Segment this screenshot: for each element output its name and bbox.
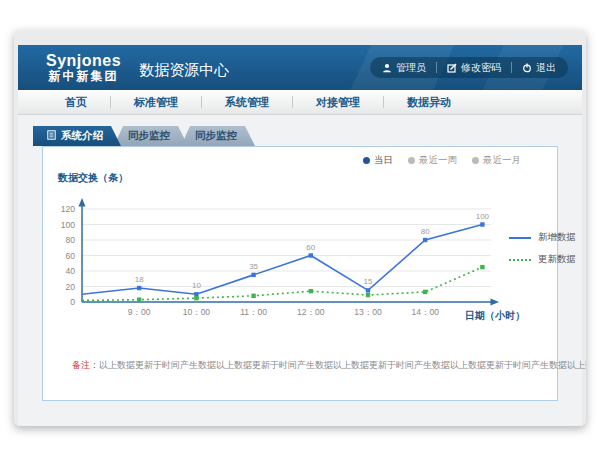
svg-text:日期（小时）: 日期（小时） (465, 310, 525, 321)
app-header: Synjones 新中新集团 数据资源中心 管理员 修改密码 (18, 45, 582, 90)
svg-text:0: 0 (70, 297, 75, 307)
svg-text:80: 80 (66, 235, 76, 245)
filter-last-week[interactable]: 最近一周 (408, 154, 457, 167)
filter-label: 最近一周 (419, 154, 457, 167)
blue-line-icon (509, 237, 531, 239)
nav-item-home[interactable]: 首页 (42, 95, 110, 110)
svg-text:11：00: 11：00 (240, 307, 267, 317)
legend-label: 新增数据 (538, 231, 576, 244)
y-axis-title: 数据交换（条） (58, 171, 128, 185)
user-menu-label: 管理员 (396, 61, 426, 75)
svg-text:60: 60 (66, 251, 76, 261)
svg-text:35: 35 (249, 262, 258, 271)
tab-label: 同步监控 (128, 129, 170, 143)
filter-today[interactable]: 当日 (363, 154, 393, 167)
user-icon (382, 63, 392, 73)
header-actions: 管理员 修改密码 退出 (370, 57, 568, 78)
nav-item-system[interactable]: 系统管理 (202, 95, 292, 110)
legend-item-updated-data: 更新数据 (509, 253, 576, 266)
footnote: 备注：以上数据更新于时间产生数据以上数据更新于时间产生数据以上数据更新于时间产生… (72, 359, 586, 372)
legend-label: 更新数据 (538, 253, 576, 266)
tab-sync-monitor-1[interactable]: 同步监控 (114, 126, 188, 146)
nav-item-interfacing[interactable]: 对接管理 (293, 95, 383, 110)
svg-text:100: 100 (476, 212, 490, 221)
tab-bar: 系统介绍 同步监控 同步监控 (33, 126, 572, 146)
radio-dot-icon (408, 157, 415, 164)
brand-logo-name: Synjones (46, 52, 121, 70)
svg-text:13：00: 13：00 (354, 307, 382, 317)
nav-item-data-changes[interactable]: 数据异动 (384, 95, 474, 110)
change-password-button[interactable]: 修改密码 (447, 61, 501, 75)
svg-text:14：00: 14：00 (411, 307, 439, 317)
power-icon (522, 63, 532, 73)
nav-item-standards[interactable]: 标准管理 (111, 95, 201, 110)
brand-logo: Synjones 新中新集团 (46, 52, 121, 83)
svg-text:100: 100 (61, 220, 75, 230)
radio-dot-icon (363, 157, 370, 164)
footnote-prefix: 备注： (72, 360, 99, 370)
tab-label: 同步监控 (195, 129, 237, 143)
filter-label: 当日 (374, 154, 393, 167)
svg-text:120: 120 (61, 204, 75, 214)
svg-text:10: 10 (192, 281, 201, 290)
footnote-text: 以上数据更新于时间产生数据以上数据更新于时间产生数据以上数据更新于时间产生数据以… (99, 360, 586, 370)
filter-label: 最近一月 (483, 154, 521, 167)
chart-legend: 新增数据 更新数据 (509, 231, 576, 266)
svg-text:12：00: 12：00 (297, 307, 325, 317)
user-menu-button[interactable]: 管理员 (382, 61, 426, 75)
logout-button[interactable]: 退出 (522, 61, 556, 75)
svg-text:15: 15 (364, 277, 373, 286)
page-title: 数据资源中心 (139, 61, 229, 80)
brand-logo-company: 新中新集团 (46, 70, 121, 83)
header-divider (511, 62, 512, 73)
content-area: 系统介绍 同步监控 同步监控 当日 最近一周 (18, 115, 582, 426)
svg-text:9：00: 9：00 (128, 307, 151, 317)
svg-text:10：00: 10：00 (183, 307, 211, 317)
svg-text:80: 80 (421, 227, 430, 236)
app-window: Synjones 新中新集团 数据资源中心 管理员 修改密码 (14, 30, 586, 426)
tab-system-intro[interactable]: 系统介绍 (33, 126, 121, 146)
legend-item-new-data: 新增数据 (509, 231, 576, 244)
tab-sync-monitor-2[interactable]: 同步监控 (181, 126, 255, 146)
header-divider (436, 62, 437, 73)
radio-dot-icon (472, 157, 479, 164)
change-password-label: 修改密码 (461, 61, 501, 75)
svg-text:60: 60 (306, 243, 315, 252)
document-icon (47, 130, 56, 142)
svg-text:40: 40 (66, 266, 76, 276)
svg-text:20: 20 (66, 282, 76, 292)
chart-range-filters: 当日 最近一周 最近一月 (363, 154, 521, 167)
edit-icon (447, 63, 457, 73)
filter-last-month[interactable]: 最近一月 (472, 154, 521, 167)
line-chart: 0204060801001209：0010：0011：0012：0013：001… (43, 185, 586, 335)
green-dotted-line-icon (509, 259, 531, 261)
svg-text:18: 18 (135, 275, 144, 284)
main-nav: 首页 标准管理 系统管理 对接管理 数据异动 (18, 90, 582, 115)
chart-panel: 当日 最近一周 最近一月 数据交换（条） 0204060801001209：00… (42, 146, 558, 401)
tab-label: 系统介绍 (61, 129, 103, 143)
logout-label: 退出 (536, 61, 556, 75)
